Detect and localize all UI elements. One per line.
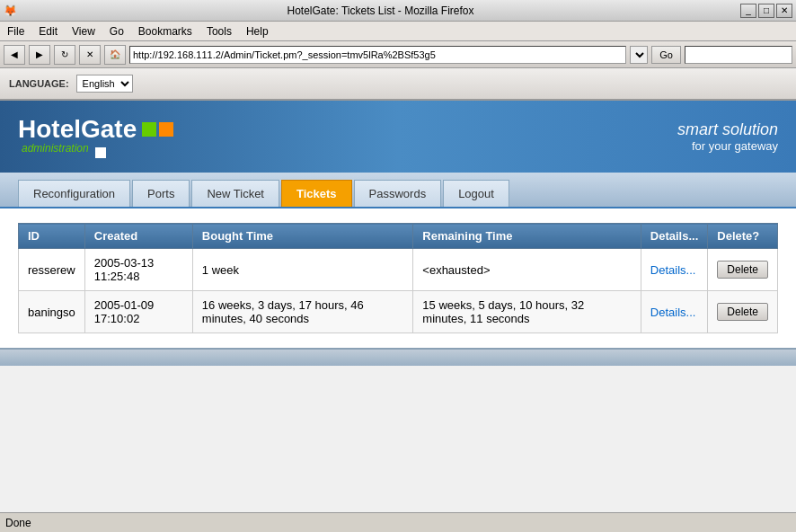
browser-menubar: File Edit View Go Bookmarks Tools Help [0, 22, 796, 41]
tickets-table: ID Created Bought Time Remaining Time De… [18, 223, 778, 333]
menu-go[interactable]: Go [106, 24, 128, 39]
col-id: ID [19, 224, 85, 249]
browser-title: HotelGate: Tickets List - Mozilla Firefo… [21, 4, 740, 17]
row1-remaining-time: <exhausted> [413, 249, 641, 291]
logo-box-green [142, 122, 156, 137]
window-controls[interactable]: _ □ ✕ [740, 4, 792, 18]
status-text: Done [5, 517, 31, 529]
language-label: LANGUAGE: [9, 78, 69, 89]
menu-view[interactable]: View [68, 24, 99, 39]
stop-button[interactable]: ✕ [79, 45, 101, 65]
row1-delete-button[interactable]: Delete [717, 261, 768, 279]
row2-delete-button[interactable]: Delete [717, 303, 768, 321]
menu-help[interactable]: Help [243, 24, 272, 39]
maximize-button[interactable]: □ [758, 4, 774, 18]
menu-tools[interactable]: Tools [203, 24, 235, 39]
page-content: HotelGate administration smart solution … [0, 101, 796, 512]
tab-ports[interactable]: Ports [132, 180, 190, 207]
main-content: ID Created Bought Time Remaining Time De… [0, 208, 796, 348]
row2-bought-time: 16 weeks, 3 days, 17 hours, 46 minutes, … [192, 291, 412, 333]
brand-name: HotelGate [18, 115, 137, 144]
col-delete: Delete? [708, 224, 778, 249]
table-row: baningso 2005-01-09 17:10:02 16 weeks, 3… [19, 291, 778, 333]
language-select[interactable]: English [76, 75, 133, 93]
table-header: ID Created Bought Time Remaining Time De… [19, 224, 778, 249]
table-body: resserew 2005-03-13 11:25:48 1 week <exh… [19, 249, 778, 333]
url-dropdown[interactable] [630, 46, 648, 64]
col-created: Created [84, 224, 192, 249]
menu-file[interactable]: File [4, 24, 28, 39]
reload-button[interactable]: ↻ [54, 45, 75, 65]
search-input[interactable] [685, 46, 792, 64]
row1-id: resserew [19, 249, 85, 291]
logo-boxes [142, 115, 176, 144]
row1-bought-time: 1 week [192, 249, 412, 291]
logo-box-white [95, 147, 106, 158]
browser-titlebar: 🦊 HotelGate: Tickets List - Mozilla Fire… [0, 0, 796, 22]
footer-area [0, 348, 796, 366]
menu-bookmarks[interactable]: Bookmarks [135, 24, 196, 39]
forward-button[interactable]: ▶ [29, 45, 50, 65]
tagline: smart solution for your gateway [677, 120, 778, 153]
col-details: Details... [641, 224, 707, 249]
tab-new-ticket[interactable]: New Ticket [191, 180, 279, 207]
row2-details-cell: Details... [641, 291, 707, 333]
tagline-sub: for your gateway [677, 139, 778, 153]
col-remaining-time: Remaining Time [413, 224, 641, 249]
close-button[interactable]: ✕ [776, 4, 792, 18]
row2-id: baningso [19, 291, 85, 333]
address-bar[interactable] [129, 46, 626, 64]
table-row: resserew 2005-03-13 11:25:48 1 week <exh… [19, 249, 778, 291]
row1-created: 2005-03-13 11:25:48 [84, 249, 192, 291]
logo-second-row: administration [20, 146, 176, 158]
browser-favicon: 🦊 [4, 4, 17, 17]
browser-toolbar: ◀ ▶ ↻ ✕ 🏠 Go [0, 41, 796, 68]
logo-admin: administration [22, 142, 89, 158]
logo-text: HotelGate [18, 115, 176, 144]
row2-remaining-time: 15 weeks, 5 days, 10 hours, 32 minutes, … [413, 291, 641, 333]
minimize-button[interactable]: _ [740, 4, 756, 18]
row2-delete-cell: Delete [708, 291, 778, 333]
tab-reconfiguration[interactable]: Reconfiguration [18, 180, 130, 207]
tagline-main: smart solution [677, 120, 778, 139]
address-bar-container: Go [129, 46, 681, 64]
nav-bar: Reconfiguration Ports New Ticket Tickets… [0, 173, 796, 208]
row1-details-cell: Details... [641, 249, 707, 291]
logo-area: HotelGate administration [18, 115, 176, 158]
go-button[interactable]: Go [651, 46, 681, 64]
site-header: HotelGate administration smart solution … [0, 101, 796, 173]
tab-tickets[interactable]: Tickets [281, 180, 352, 207]
row1-details-link[interactable]: Details... [650, 263, 696, 277]
row1-delete-cell: Delete [708, 249, 778, 291]
back-button[interactable]: ◀ [4, 45, 25, 65]
language-bar: LANGUAGE: English [0, 68, 796, 101]
tab-passwords[interactable]: Passwords [354, 180, 442, 207]
home-button[interactable]: 🏠 [104, 45, 126, 65]
menu-edit[interactable]: Edit [35, 24, 61, 39]
row2-details-link[interactable]: Details... [650, 306, 696, 319]
row2-created: 2005-01-09 17:10:02 [84, 291, 192, 333]
tab-logout[interactable]: Logout [443, 180, 509, 207]
col-bought-time: Bought Time [192, 224, 412, 249]
status-bar: Done [0, 512, 796, 532]
logo-box-orange [159, 122, 173, 137]
